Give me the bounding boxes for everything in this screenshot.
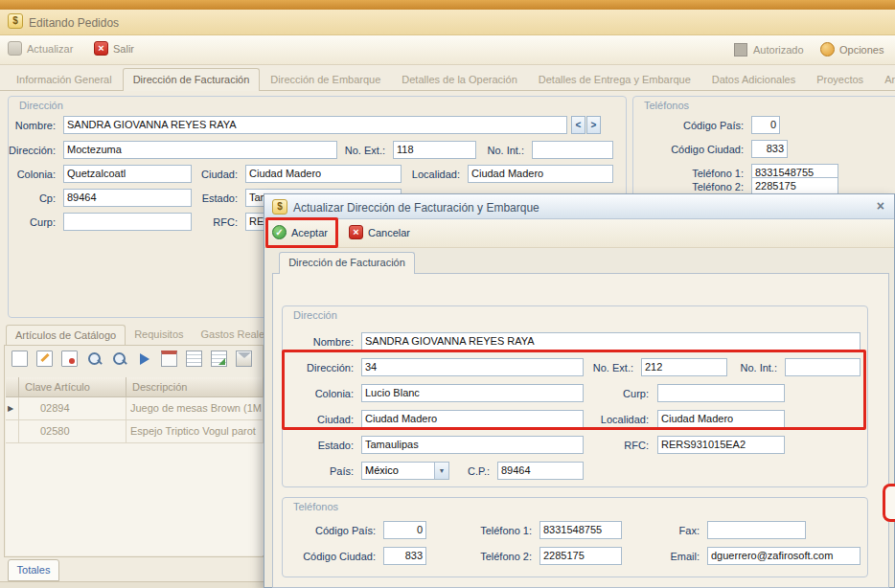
- main-tabs: Información General Dirección de Factura…: [6, 67, 895, 91]
- save-icon: [8, 41, 22, 56]
- delete-item-icon[interactable]: [61, 351, 78, 367]
- main-codigo-pais-input[interactable]: 0: [751, 116, 780, 134]
- main-colonia-input[interactable]: Quetzalcoatl: [63, 165, 192, 183]
- cancel-cross-icon: ×: [349, 225, 363, 239]
- tab-articulos-catalogo[interactable]: Artículos de Catálogo: [6, 325, 126, 346]
- grid-header-clave[interactable]: Clave Artículo: [19, 377, 126, 397]
- salir-button[interactable]: × Salir: [94, 41, 134, 56]
- actualizar-button[interactable]: Actualizar: [8, 41, 73, 56]
- tab-archivos-adjuntos[interactable]: Archivos Adjuntos: [874, 68, 895, 91]
- main-localidad-label: Localidad:: [402, 167, 464, 182]
- window-title: Editando Pedidos: [29, 16, 119, 30]
- tab-detalles-operacion[interactable]: Detalles de la Operación: [391, 68, 527, 91]
- main-cp-input[interactable]: 89464: [63, 189, 192, 207]
- row-clave-cell: 02580: [19, 420, 126, 443]
- dlg-codigo-ciudad-label: Código Ciudad:: [282, 549, 379, 564]
- dlg-telefono2-label: Teléfono 2:: [442, 549, 536, 564]
- tab-requisitos[interactable]: Requisitos: [126, 325, 192, 346]
- prev-record-button[interactable]: <: [571, 116, 585, 134]
- main-no-int-label: No. Int.:: [476, 143, 528, 158]
- dlg-codigo-ciudad-input[interactable]: 833: [383, 547, 426, 565]
- export-grid-icon[interactable]: [211, 351, 227, 367]
- annotation-rect-aceptar: [265, 217, 338, 248]
- grid-header-descripcion[interactable]: Descripción: [126, 377, 264, 397]
- calendar-icon[interactable]: [161, 351, 177, 367]
- dlg-cp-input[interactable]: 89464: [497, 462, 584, 480]
- tab-proyectos[interactable]: Proyectos: [806, 68, 874, 91]
- autorizado-checkbox[interactable]: [734, 43, 747, 57]
- tab-detalles-entrega[interactable]: Detalles de Entrega y Embarque: [528, 68, 701, 91]
- dlg-codigo-pais-input[interactable]: 0: [383, 521, 426, 539]
- dialog-telefonos-group-title: Teléfonos: [293, 500, 338, 513]
- dlg-telefono1-input[interactable]: 8331548755: [539, 521, 622, 539]
- main-nombre-input[interactable]: SANDRA GIOVANNA REYES RAYA: [63, 116, 567, 134]
- next-record-button[interactable]: >: [586, 116, 601, 134]
- options-icon: [820, 42, 835, 57]
- dlg-nombre-input[interactable]: SANDRA GIOVANNA REYES RAYA: [361, 332, 861, 351]
- dlg-rfc-input[interactable]: RERS931015EA2: [657, 436, 785, 454]
- totales-tab[interactable]: Totales: [8, 559, 59, 581]
- main-estado-label: Estado:: [192, 191, 241, 206]
- search-icon[interactable]: [86, 351, 103, 367]
- opciones-label: Opciones: [839, 44, 884, 56]
- opciones-button[interactable]: Opciones: [820, 42, 884, 57]
- row-marker-cell: [6, 420, 19, 443]
- bottom-tabstrip-fragment: [0, 581, 264, 588]
- dlg-telefono2-input[interactable]: 2285175: [539, 547, 622, 565]
- dialog-direccion-group-title: Dirección: [293, 308, 337, 322]
- main-telefonos-group-title: Teléfonos: [644, 99, 689, 112]
- new-item-icon[interactable]: [11, 351, 28, 367]
- main-no-ext-input[interactable]: 118: [393, 141, 476, 159]
- dlg-fax-label: Fax:: [633, 523, 703, 538]
- main-curp-input[interactable]: [63, 213, 192, 231]
- dlg-estado-label: Estado:: [282, 438, 357, 453]
- main-no-int-input[interactable]: [532, 141, 613, 159]
- main-rfc-label: RFC:: [192, 215, 241, 230]
- main-ciudad-input[interactable]: Ciudad Madero: [245, 165, 402, 183]
- edit-item-icon[interactable]: [36, 351, 53, 367]
- zoom-icon[interactable]: [111, 351, 127, 367]
- main-nombre-label: Nombre:: [0, 118, 59, 133]
- dlg-pais-select[interactable]: México ▼: [361, 462, 449, 480]
- dialog-close-icon[interactable]: ×: [877, 198, 884, 214]
- mail-icon[interactable]: [236, 351, 252, 367]
- main-cp-label: Cp:: [0, 191, 59, 206]
- tab-informacion-general[interactable]: Información General: [6, 68, 123, 91]
- dlg-fax-input[interactable]: [707, 521, 806, 539]
- grid-icon[interactable]: [186, 351, 202, 367]
- dlg-estado-input[interactable]: Tamaulipas: [361, 436, 584, 454]
- dialog-tab-direccion-facturacion[interactable]: Dirección de Facturación: [279, 252, 415, 274]
- dlg-nombre-label: Nombre:: [282, 334, 357, 350]
- main-codigo-ciudad-input[interactable]: 833: [751, 140, 788, 158]
- main-no-ext-label: No. Ext.:: [337, 143, 389, 158]
- dropdown-arrow-icon[interactable]: ▼: [434, 463, 448, 479]
- tab-datos-adicionales[interactable]: Datos Adicionales: [701, 68, 806, 91]
- go-arrow-icon[interactable]: [136, 351, 152, 367]
- salir-label: Salir: [113, 43, 134, 55]
- window-titlebar: [0, 10, 895, 35]
- main-telefono2-label: Teléfono 2:: [632, 179, 747, 194]
- dlg-email-label: Email:: [633, 549, 703, 564]
- dlg-pais-label: País:: [282, 464, 357, 479]
- autorizado-label: Autorizado: [753, 44, 804, 56]
- main-direccion-input[interactable]: Moctezuma: [63, 141, 337, 159]
- cancelar-button[interactable]: × Cancelar: [349, 225, 410, 239]
- main-direccion-label: Dirección:: [0, 143, 59, 158]
- dialog-title: Actualizar Dirección de Facturación y Em…: [293, 201, 539, 215]
- row-descripcion-cell: Juego de mesas Brown (1M: [126, 397, 264, 420]
- grid-empty-area: [6, 443, 264, 555]
- main-codigo-pais-label: Código País:: [632, 118, 747, 133]
- cancelar-label: Cancelar: [368, 227, 410, 238]
- annotation-rect-address-fields: [282, 350, 866, 430]
- tab-direccion-facturacion[interactable]: Dirección de Facturación: [123, 68, 261, 91]
- main-ciudad-label: Ciudad:: [192, 167, 241, 182]
- main-localidad-input[interactable]: Ciudad Madero: [468, 165, 613, 183]
- dlg-email-input[interactable]: dguerrero@zafirosoft.com: [707, 547, 861, 565]
- exit-icon: ×: [94, 41, 108, 56]
- top-strip: [0, 0, 895, 10]
- row-clave-cell: 02894: [19, 397, 126, 420]
- dlg-cp-label: C.P.:: [453, 464, 493, 479]
- tab-direccion-embarque[interactable]: Dirección de Embarque: [260, 68, 391, 91]
- main-curp-label: Curp:: [0, 215, 59, 230]
- row-descripcion-cell: Espejo Triptico Vogul parot: [126, 420, 264, 443]
